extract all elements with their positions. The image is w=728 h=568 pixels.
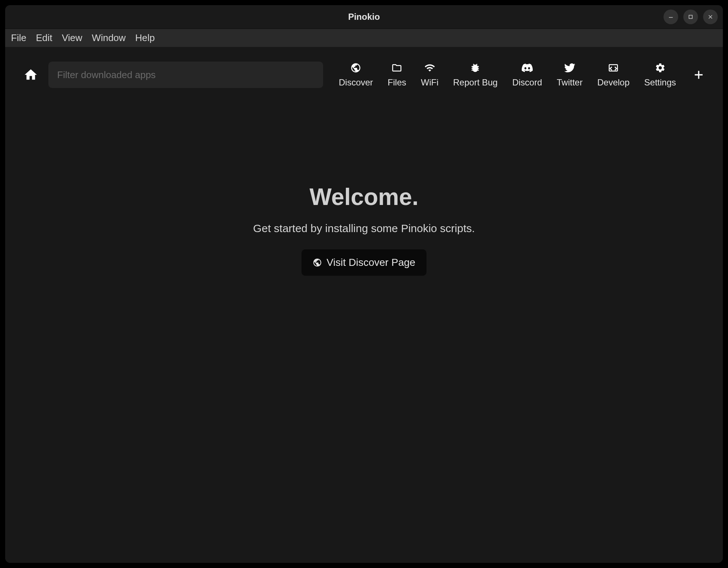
menu-edit[interactable]: Edit [36,32,52,44]
wifi-action[interactable]: WiFi [421,62,439,88]
menu-file[interactable]: File [11,32,26,44]
settings-action[interactable]: Settings [644,62,676,88]
twitter-action[interactable]: Twitter [557,62,583,88]
discover-label: Discover [339,77,373,88]
menu-window[interactable]: Window [92,32,126,44]
develop-label: Develop [597,77,629,88]
develop-action[interactable]: Develop [597,62,629,88]
globe-icon [313,258,322,267]
gear-icon [655,62,666,74]
minimize-button[interactable] [664,10,678,24]
globe-icon [350,62,361,74]
close-icon [707,14,714,20]
discord-action[interactable]: Discord [512,62,542,88]
welcome-subtitle: Get started by installing some Pinokio s… [253,222,475,235]
titlebar: Pinokio [5,5,723,29]
window-title: Pinokio [348,12,380,22]
welcome-title: Welcome. [310,183,419,210]
minimize-icon [668,14,674,20]
discord-icon [522,62,533,74]
window-controls [664,10,718,24]
svg-rect-1 [689,15,692,19]
files-action[interactable]: Files [388,62,406,88]
maximize-icon [687,14,694,20]
add-button[interactable] [693,69,705,81]
discover-button-label: Visit Discover Page [326,257,415,268]
welcome-section: Welcome. Get started by installing some … [5,183,723,276]
menu-view[interactable]: View [62,32,82,44]
folder-icon [391,62,402,74]
discover-action[interactable]: Discover [339,62,373,88]
toolbar: Discover Files WiFi [5,47,723,99]
wifi-icon [424,62,435,74]
twitter-label: Twitter [557,77,583,88]
files-label: Files [388,77,406,88]
visit-discover-button[interactable]: Visit Discover Page [302,249,426,276]
report-bug-action[interactable]: Report Bug [453,62,498,88]
window-frame: Pinokio File Edit View Window Help [5,5,723,563]
bug-icon [470,62,481,74]
wifi-label: WiFi [421,77,439,88]
close-button[interactable] [703,10,718,24]
plus-icon [693,69,705,81]
twitter-icon [564,62,575,74]
report-bug-label: Report Bug [453,77,498,88]
code-icon [608,62,619,74]
discord-label: Discord [512,77,542,88]
home-button[interactable] [23,67,38,82]
toolbar-actions: Discover Files WiFi [339,62,705,88]
menubar: File Edit View Window Help [5,29,723,47]
home-icon [23,67,38,82]
app-content: Discover Files WiFi [5,47,723,563]
search-input[interactable] [48,62,323,88]
settings-label: Settings [644,77,676,88]
maximize-button[interactable] [683,10,698,24]
menu-help[interactable]: Help [135,32,155,44]
